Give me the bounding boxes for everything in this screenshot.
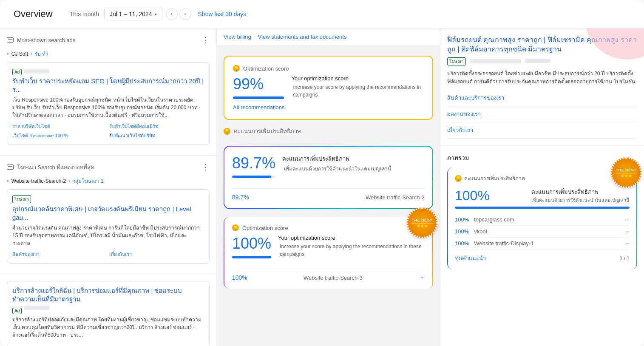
ad-link-4[interactable]: รับพัฒนาเว็บไซต์บริษัท [109,132,204,139]
best-badge-sub: ⭐⭐⭐ [417,224,428,228]
opt-score-3: 100% [232,235,271,252]
right-ad-desc: บริการติดตั้งกระจกรถยนต์ โดยช่างระดับมีอ… [447,70,637,86]
overview-item-name-3: Website traffic-Display-1 [474,240,624,247]
search-ads-section-2: โฆษณา Search ที่แสดงบ่อยที่สุด ⋮ ● Websi… [0,156,216,274]
campaign-score-row-3: 100% Website traffic-Search-3 → [232,269,425,281]
overview-item-arrow-3: → [624,240,630,247]
chevron-down-icon: ▾ [155,12,157,17]
ad-link-5[interactable]: สินค้าของเรา [12,250,108,258]
overview-item-3[interactable]: 100% Website traffic-Display-1 → [455,238,630,250]
opt-score-value: 99% [233,75,284,93]
campaign-tags-2: ● Website traffic-Search-2 › กลุ่มโฆษณา … [7,177,210,185]
overview-item-name-2: vkool [474,228,624,235]
most-shown-ads-section: Most-shown search ads ⋮ ● CJ Soft › รับ … [0,28,216,156]
overview-section: ภาพรวม THE BEST ⭐⭐⭐ 💡 คะแ [440,146,644,277]
overview-item-1[interactable]: 100% topcarglass.com → [455,214,630,226]
opt-title: Your optimization score [291,75,424,82]
header: Overview This month Jul 1 – 11, 2024 ▾ ‹… [0,0,644,28]
right-ad-link-1[interactable]: สินค้าและบริการของเรา [447,90,637,106]
opt-score-left-3: 100% [232,235,271,264]
view-statements-link[interactable]: View statements and tax documents [258,34,347,40]
ad-links: ราคาบริษัทเว็บไซต์ รับทำเว็บไซต์อีคอมเมิ… [12,122,204,139]
all-recommendations-link[interactable]: All recommendations [233,104,284,111]
overview-opt-label: 💡 คะแนนการเพิ่มประสิทธิภาพ [455,174,630,182]
ad-card-2: โฆษณา อุปกรณ์แวดล้นราคาพิเศษ | เกจวัดแรง… [7,189,210,264]
opt-card-inner: 99% All recommendations Your optimizatio… [233,75,424,111]
ad-link-2[interactable]: รับทำเว็บไซต์อีคอมเมิร์ช [109,122,204,130]
search-ads-section-3: บริการล้างแอร์ใกล้ฉัน | บริการซ่อมแอร์ที… [0,274,216,346]
arrow-icon-2: › [68,179,70,183]
opt-card-2-inner: 89.7% คะแนนการเพิ่มประสิทธิภาพ เพิ่มคะแน… [232,154,425,183]
opt-score-left: 99% All recommendations [233,75,284,111]
opt-bar-fill-3 [232,256,271,258]
page-title: Overview [14,9,53,20]
show-last-days-link[interactable]: Show last 30 days [198,11,247,17]
optimization-card-2-wrapper: 89.7% คะแนนการเพิ่มประสิทธิภาพ เพิ่มคะแน… [224,146,433,209]
active-dot-2: ● [7,179,9,183]
middle-column: View billing View statements and tax doc… [217,28,440,346]
overview-bulb-icon: 💡 [455,175,462,182]
opt-score-left-2: 89.7% [232,154,275,183]
opt-desc-2: เพิ่มคะแนนด้วยการใช้คำแนะนำในแคมเปญเล่าน… [284,165,425,173]
optimization-card-3: 💡 Optimization score 100% You [224,217,432,289]
campaign-score-name: Website traffic-Search-2 [366,194,425,201]
right-ad-link-3[interactable]: เกี่ยวกับเรา [447,122,637,139]
ad-link-3[interactable]: เว็บไซต์ Responsive 100 % [12,132,108,139]
period-label: This month [70,11,99,17]
all-recommendations-link-overview[interactable]: ทุกคำแนะนำ [455,254,486,263]
overview-bar [455,207,630,209]
opt-card-3-inner: 100% Your optimization score Increase yo… [232,235,425,264]
ad-card-3: บริการล้างแอร์ใกล้ฉัน | บริการซ่อมแอร์ที… [7,281,210,346]
overview-item-2[interactable]: 100% vkool → [455,226,630,238]
overview-bar-fill [455,207,630,209]
bulb-icon: 💡 [233,65,240,72]
section-header-2: โฆษณา Search ที่แสดงบ่อยที่สุด ⋮ [7,162,210,172]
ad-card-1: Ad รับทำเว็บ ราคาประหยัดแถม SEO | โดยผู้… [7,62,210,145]
opt-bar-fill [233,96,284,99]
arrow-right-icon: → [419,274,425,281]
right-url-blur-2 [525,59,550,63]
prev-date-button[interactable]: ‹ [166,8,178,20]
overview-best-badge-sub: ⭐⭐⭐ [621,174,632,178]
arrow-icon: › [31,51,32,56]
opt-title-3: Your optimization score [278,235,425,241]
search-ad-icon-2 [7,164,14,170]
overview-score-value: 100% [455,188,490,204]
billing-links: View billing View statements and tax doc… [217,28,440,45]
optimization-card-1: 💡 Optimization score 99% All recommendat… [224,56,433,120]
overview-item-pct-3: 100% [455,240,469,247]
more-options-button[interactable]: ⋮ [202,35,210,45]
bulb-icon-2: 💡 [224,128,230,135]
section-title-2: โฆษณา Search ที่แสดงบ่อยที่สุด [7,163,94,172]
overview-item-name-1: topcarglass.com [474,216,624,223]
opt-progress-bar [233,96,284,99]
thai-opt-label: 💡 คะแนนการเพิ่มประสิทธิภาพ [224,127,433,136]
left-column: Most-shown search ads ⋮ ● CJ Soft › รับ … [0,28,217,346]
date-range-button[interactable]: Jul 1 – 11, 2024 ▾ [104,8,162,20]
section-title: Most-shown search ads [7,37,75,43]
overview-best-badge: THE BEST ⭐⭐⭐ [611,157,641,188]
opt-bar-fill-2 [232,176,271,178]
campaign-score-name-3: Website traffic-Search-3 [304,275,363,281]
overview-item-arrow-2: → [624,228,630,235]
ad-link-6[interactable]: เกี่ยวกับเรา [109,250,204,258]
active-dot: ● [7,52,9,56]
overview-pagination: 1 / 1 [620,255,630,261]
next-date-button[interactable]: › [179,8,191,20]
opt-desc-right-2: คะแนนการเพิ่มประสิทธิภาพ เพิ่มคะแนนด้วยก… [282,154,425,173]
campaign-score-row: 89.7% Website traffic-Search-2 [232,188,425,201]
date-nav-arrows: ‹ › [166,8,191,20]
opt-description: Increase your score by applying the reco… [293,83,424,99]
overview-score-row: 100% คะแนนการเพิ่มประสิทธิภาพ เพิ่มคะแนน… [455,187,630,204]
overview-title: ภาพรวม [447,153,637,162]
view-billing-link[interactable]: View billing [224,34,251,40]
opt-bar-2 [232,176,275,178]
right-ad-link-2[interactable]: ผลงานของเรา [447,106,637,122]
opt-desc-right: Your optimization score Increase your sc… [291,75,424,99]
right-ad-meta: โฆษณา [447,57,637,65]
overview-footer: ทุกคำแนะนำ 1 / 1 [455,250,630,263]
ad-link-1[interactable]: ราคาบริษัทเว็บไซต์ [12,122,108,130]
more-options-button-2[interactable]: ⋮ [202,162,210,172]
overview-item-arrow-1: → [624,216,630,223]
opt-card-3-border: 💡 Optimization score 100% You [224,217,433,289]
